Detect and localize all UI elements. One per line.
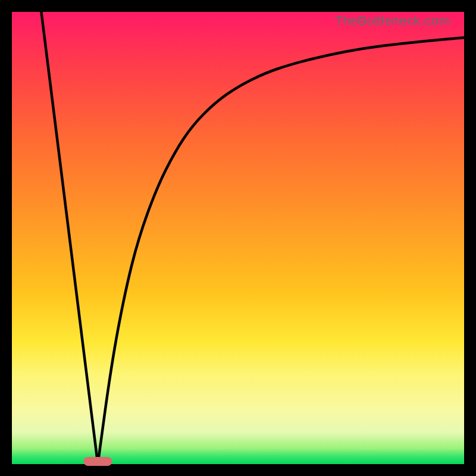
plot-area: TheBottleneck.com <box>12 12 464 464</box>
curve-left-descent <box>41 12 98 464</box>
curve-right-ascent <box>98 37 464 464</box>
chart-curves <box>12 12 464 464</box>
chart-frame: TheBottleneck.com <box>0 0 476 476</box>
minimum-marker <box>83 457 112 466</box>
